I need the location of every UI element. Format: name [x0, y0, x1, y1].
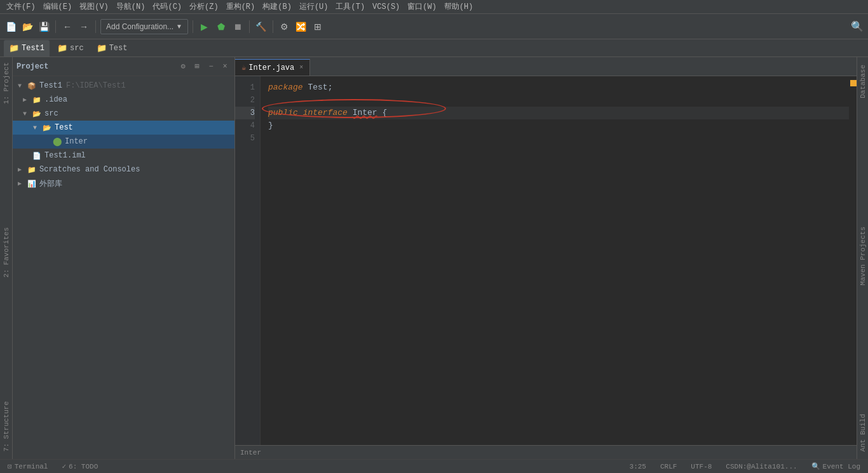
tree-item-test1[interactable]: ▼ 📦 Test1 F:\IDEA\Test1	[13, 79, 234, 93]
editor-file-name: Inter	[240, 449, 261, 456]
build-button[interactable]: 🔨	[254, 20, 268, 34]
tree-arrow-test1: ▼	[18, 83, 25, 90]
menu-help[interactable]: 帮助(H)	[440, 0, 477, 13]
tree-label-scratches: Scratches and Consoles	[39, 165, 140, 174]
forward-button[interactable]: →	[77, 20, 91, 34]
sidebar-settings-icon[interactable]: ⚙	[177, 61, 189, 72]
editor-file-status: Inter	[235, 445, 857, 459]
terminal-icon: ⊡	[8, 462, 12, 470]
tree-path-test1: F:\IDEA\Test1	[66, 81, 126, 90]
menu-build[interactable]: 构建(B)	[259, 0, 295, 13]
menu-analyze[interactable]: 分析(Z)	[186, 0, 222, 13]
tree-item-external-libs[interactable]: ▶ 📊 外部库	[13, 177, 234, 190]
line-ending-indicator[interactable]: CRLF	[655, 460, 682, 473]
terminal-tab[interactable]: ⊡ Terminal	[3, 460, 53, 473]
bookmark-marker	[850, 80, 857, 86]
breadcrumb-test1[interactable]: 📁 Test1	[4, 40, 50, 57]
menu-code[interactable]: 代码(C)	[149, 0, 186, 13]
line-num-3: 3	[235, 107, 255, 119]
tree-label-inter: Inter	[65, 137, 88, 146]
code-editor[interactable]: 1 2 3 4 5 package Test; public interface…	[235, 76, 857, 445]
open-button[interactable]: 📂	[20, 20, 34, 34]
menu-navigate[interactable]: 导航(N)	[112, 0, 149, 13]
tab-project[interactable]: 1: Project	[1, 57, 11, 109]
sidebar-collapse-icon[interactable]: −	[205, 61, 217, 72]
tree-label-iml: Test1.iml	[44, 151, 86, 160]
lib-icon: 📊	[27, 178, 37, 189]
user-text: CSDN:@Alita101...	[726, 463, 797, 470]
line-num-4: 4	[235, 119, 255, 132]
debug-button[interactable]: ⬟	[214, 20, 228, 34]
back-button[interactable]: ←	[60, 20, 74, 34]
left-vertical-tabs: 1: Project 2: Favorites 7: Structure	[0, 57, 13, 459]
tree-item-src[interactable]: ▼ 📂 src	[13, 107, 234, 121]
tab-structure[interactable]: 7: Structure	[1, 396, 11, 456]
line-num-1: 1	[235, 81, 255, 94]
sidebar-close-icon[interactable]: ×	[219, 61, 231, 72]
save-button[interactable]: 💾	[37, 20, 51, 34]
code-line-3: public interface Inter {	[268, 107, 849, 119]
todo-label: 6: TODO	[69, 463, 98, 470]
todo-tab[interactable]: ✓ 6: TODO	[57, 460, 103, 473]
tree-item-scratches[interactable]: ▶ 📁 Scratches and Consoles	[13, 163, 234, 177]
breadcrumb-src[interactable]: 📁 src	[52, 40, 89, 57]
position-text: 3:25	[630, 463, 646, 470]
breadcrumb-test[interactable]: 📁 Test	[92, 40, 133, 57]
toolbar-sep-4	[249, 20, 250, 33]
java-tab-icon: ☕	[241, 63, 246, 72]
editor-tab-inter[interactable]: ☕ Inter.java ×	[235, 59, 310, 76]
folder-icon: 📁	[97, 43, 107, 53]
tree-item-inter[interactable]: ▶ ⬤ Inter	[13, 135, 234, 149]
menu-window[interactable]: 窗口(W)	[403, 0, 440, 13]
sidebar-layout-icon[interactable]: ⊞	[191, 61, 203, 72]
tree-arrow-scratches: ▶	[18, 166, 25, 173]
sidebar-title-text: Project	[17, 62, 175, 71]
tree-item-test-folder[interactable]: ▼ 📂 Test	[13, 121, 234, 135]
iml-icon: 📄	[32, 150, 42, 161]
menu-bar: 文件(F) 编辑(E) 视图(V) 导航(N) 代码(C) 分析(Z) 重构(R…	[0, 0, 868, 14]
add-config-label: Add Configuration...	[106, 22, 173, 31]
line-num-5: 5	[235, 132, 255, 145]
charset-indicator[interactable]: UTF-8	[686, 460, 717, 473]
menu-file[interactable]: 文件(F)	[3, 0, 39, 13]
tree-item-idea[interactable]: ▶ 📁 .idea	[13, 93, 234, 107]
editor-tabs-bar: ☕ Inter.java ×	[235, 57, 857, 76]
menu-run[interactable]: 运行(U)	[295, 0, 332, 13]
tab-label-inter: Inter.java	[248, 63, 294, 72]
event-log-label: Event Log	[823, 463, 860, 470]
vcs-button[interactable]: 🔀	[294, 20, 308, 34]
menu-vcs[interactable]: VCS(S)	[369, 1, 403, 13]
project-tree: ▼ 📦 Test1 F:\IDEA\Test1 ▶ 📁 .idea ▼ 📂 sr…	[13, 76, 234, 459]
folder-icon: 📁	[57, 43, 67, 53]
menu-refactor[interactable]: 重构(R)	[222, 0, 259, 13]
tab-close-inter[interactable]: ×	[299, 64, 303, 71]
tree-item-test1-iml[interactable]: ▶ 📄 Test1.iml	[13, 149, 234, 163]
database-panel-tab[interactable]: Database	[858, 60, 868, 103]
editor-area: ☕ Inter.java × 1 2 3 4 5 package Test;	[235, 57, 857, 459]
position-indicator[interactable]: 3:25	[625, 460, 651, 473]
bottom-panel: ⊡ Terminal ✓ 6: TODO 3:25 CRLF UTF-8 CSD…	[0, 459, 868, 473]
tree-label-src: src	[44, 109, 58, 118]
menu-view[interactable]: 视图(V)	[76, 0, 112, 13]
new-file-button[interactable]: 📄	[4, 20, 18, 34]
terminal-toolbar-button[interactable]: ⊞	[311, 20, 325, 34]
user-info[interactable]: CSDN:@Alita101...	[721, 460, 802, 473]
maven-panel-tab[interactable]: Maven Projects	[858, 222, 868, 290]
tab-favorites[interactable]: 2: Favorites	[1, 222, 11, 283]
terminal-label: Terminal	[15, 463, 48, 470]
add-configuration-button[interactable]: Add Configuration... ▼	[100, 19, 188, 34]
code-line-2	[268, 94, 849, 107]
code-content[interactable]: package Test; public interface Inter { }	[261, 76, 857, 445]
settings-button[interactable]: ⚙	[278, 20, 292, 34]
tree-label-idea: .idea	[44, 95, 67, 104]
tree-arrow-test: ▼	[33, 124, 41, 131]
run-button[interactable]: ▶	[198, 20, 212, 34]
menu-edit[interactable]: 编辑(E)	[39, 0, 76, 13]
menu-tools[interactable]: 工具(T)	[332, 0, 369, 13]
global-search-icon[interactable]: 🔍	[850, 20, 864, 34]
tree-arrow-src: ▼	[23, 110, 31, 117]
folder-icon: 📁	[9, 43, 19, 53]
event-log-tab[interactable]: 🔍 Event Log	[806, 460, 865, 473]
ant-panel-tab[interactable]: Ant Build	[858, 409, 868, 456]
stop-button[interactable]: ⏹	[231, 20, 245, 34]
